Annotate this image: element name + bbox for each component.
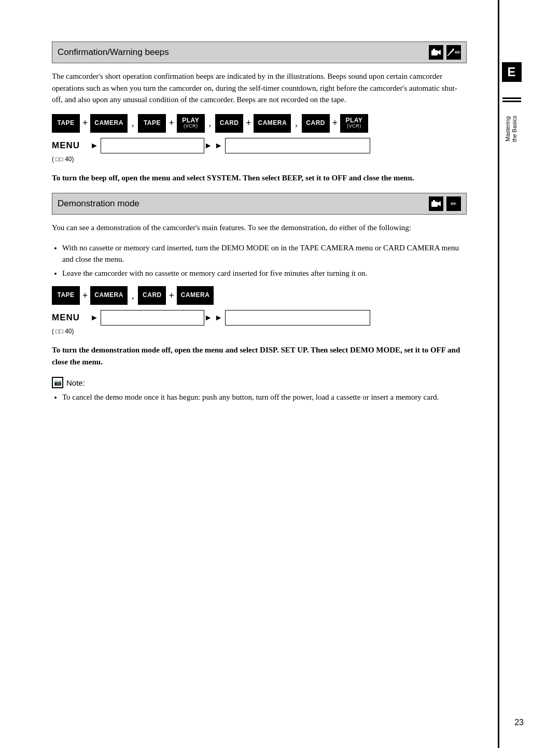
btn-card-3: CARD [138, 286, 166, 305]
double-arrow-2: ► [204, 313, 213, 322]
note-label: Note: [66, 378, 85, 387]
svg-marker-1 [438, 50, 441, 55]
btn-camera-1: CAMERA [90, 114, 128, 133]
menu-arrow-4: ► [215, 313, 223, 322]
page: Confirmation/Warning beeps ✏ [0, 0, 560, 748]
svg-marker-3 [447, 50, 453, 56]
section2-body: You can see a demonstration of the camco… [52, 222, 467, 234]
double-arrow-1: ► [204, 141, 213, 150]
btn-card-1: CARD [215, 114, 243, 133]
sidebar-label: Mastering the Basics [505, 116, 518, 142]
menu-ref-2: ( □□ 40) [52, 328, 467, 335]
section2-instruction: To turn the demonstration mode off, open… [52, 344, 467, 368]
svg-rect-2 [433, 49, 435, 50]
right-sidebar: E Mastering the Basics [498, 0, 524, 748]
btn-play-vcr-1: PLAY (VCR) [177, 114, 205, 133]
section1-instruction: To turn the beep off, open the menu and … [52, 172, 467, 184]
plus-3: + [246, 118, 251, 129]
sidebar-letter: E [502, 62, 522, 82]
note-header: 📷 Note: [52, 377, 467, 388]
pencil-icon-2: ✏ [446, 196, 461, 211]
sidebar-line-2 [502, 101, 521, 102]
menu-diagram-1: MENU ► ► ► ( □□ 40) [52, 138, 467, 163]
page-number: 23 [514, 718, 524, 727]
section1-header: Confirmation/Warning beeps ✏ [52, 41, 467, 63]
menu-diagram-2: MENU ► ► ► ( □□ 40) [52, 310, 467, 335]
plus-5: + [82, 290, 88, 301]
plus-4: + [332, 118, 338, 129]
menu-row-2: MENU ► ► ► [52, 310, 467, 326]
camera-icon-2 [429, 196, 443, 211]
section2-title: Demonstration mode [58, 199, 139, 209]
camera-icon [429, 45, 443, 60]
group-tape-play-1: TAPE + PLAY (VCR) [138, 114, 204, 133]
btn-camera-4: CAMERA [177, 286, 214, 305]
svg-marker-7 [438, 201, 441, 206]
btn-play-vcr-2: PLAY (VCR) [340, 114, 368, 133]
sidebar-line-1 [502, 97, 521, 99]
note-bullets: To cancel the demo mode once it has begu… [62, 391, 467, 403]
menu-arrow-1: ► [90, 141, 99, 150]
button-row-1: TAPE + CAMERA , TAPE + PLAY (VCR) , [52, 114, 467, 133]
btn-card-2: CARD [302, 114, 330, 133]
menu-arrow-3: ► [90, 313, 99, 322]
svg-rect-6 [431, 202, 438, 207]
comma-4: , [132, 290, 134, 301]
btn-camera-2: CAMERA [254, 114, 291, 133]
svg-line-5 [447, 55, 448, 56]
section1-icons: ✏ [429, 45, 461, 60]
plus-1: + [82, 118, 88, 129]
note-section: 📷 Note: To cancel the demo mode once it … [52, 377, 467, 403]
section1-title: Confirmation/Warning beeps [58, 47, 169, 58]
menu-box-3 [101, 310, 204, 326]
section2-header: Demonstration mode ✏ [52, 193, 467, 215]
section2-icons: ✏ [429, 196, 461, 211]
menu-box-4 [225, 310, 370, 326]
svg-rect-8 [433, 200, 435, 202]
bullet-2: Leave the camcorder with no cassette or … [62, 267, 467, 279]
group-card-camera-2: CARD + CAMERA [138, 286, 214, 305]
plus-2: + [169, 118, 174, 129]
note-icon: 📷 [52, 377, 63, 388]
group-card-camera-1: CARD + CAMERA [215, 114, 291, 133]
menu-row-1: MENU ► ► ► [52, 138, 467, 153]
btn-tape-3: TAPE [52, 286, 80, 305]
note-bullet-1: To cancel the demo mode once it has begu… [62, 391, 467, 403]
menu-box-2 [225, 138, 370, 153]
plus-6: + [169, 290, 174, 301]
menu-ref-1: ( □□ 40) [52, 156, 467, 163]
menu-box-1 [101, 138, 204, 153]
group-card-play-1: CARD + PLAY (VCR) [302, 114, 368, 133]
menu-arrow-2: ► [215, 141, 223, 150]
btn-camera-3: CAMERA [90, 286, 128, 305]
section2-bullets: With no cassette or memory card inserted… [62, 242, 467, 279]
comma-1: , [132, 118, 134, 129]
group-tape-camera-1: TAPE + CAMERA [52, 114, 128, 133]
menu-label-1: MENU [52, 140, 88, 151]
section1-body: The camcorder's short operation confirma… [52, 70, 467, 106]
comma-3: , [295, 118, 298, 129]
bullet-1: With no cassette or memory card inserted… [62, 242, 467, 265]
group-tape-camera-2: TAPE + CAMERA [52, 286, 128, 305]
main-content: Confirmation/Warning beeps ✏ [0, 0, 498, 748]
menu-label-2: MENU [52, 313, 88, 323]
pencil-icon: ✏ [446, 45, 461, 60]
btn-tape-2: TAPE [138, 114, 166, 133]
comma-2: , [209, 118, 212, 129]
button-row-2: TAPE + CAMERA , CARD + CAMERA [52, 286, 467, 305]
btn-tape-1: TAPE [52, 114, 80, 133]
svg-rect-0 [431, 50, 438, 55]
